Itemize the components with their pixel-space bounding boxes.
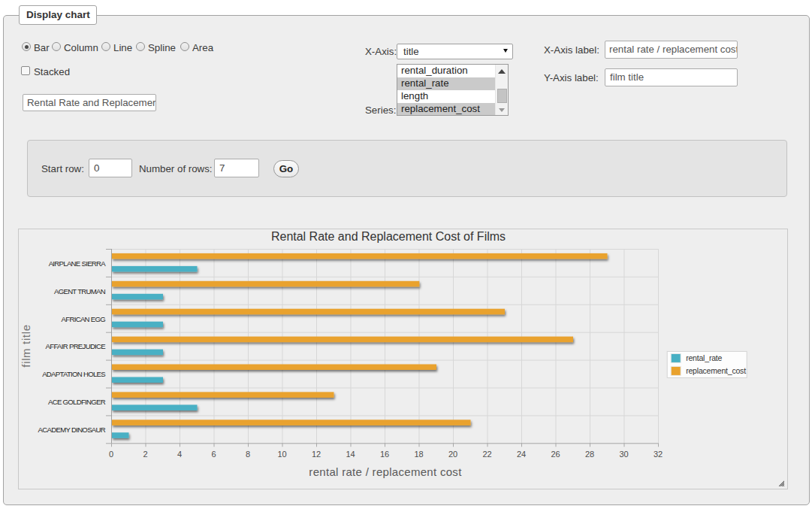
svg-text:14: 14 <box>346 450 355 459</box>
svg-text:0: 0 <box>109 450 113 459</box>
svg-text:30: 30 <box>619 450 628 459</box>
svg-text:10: 10 <box>277 450 286 459</box>
svg-text:16: 16 <box>380 450 389 459</box>
svg-text:AGENT TRUMAN: AGENT TRUMAN <box>54 287 106 295</box>
svg-text:rental_rate: rental_rate <box>686 353 722 362</box>
svg-text:32: 32 <box>654 450 663 459</box>
svg-text:12: 12 <box>312 450 321 459</box>
svg-text:8: 8 <box>246 450 250 459</box>
svg-text:20: 20 <box>448 450 457 459</box>
svg-text:AFRICAN EGG: AFRICAN EGG <box>62 315 106 323</box>
svg-text:28: 28 <box>585 450 594 459</box>
svg-text:22: 22 <box>482 450 491 459</box>
svg-text:AIRPLANE SIERRA: AIRPLANE SIERRA <box>49 259 107 268</box>
svg-text:ACE GOLDFINGER: ACE GOLDFINGER <box>48 398 106 406</box>
svg-text:replacement_cost: replacement_cost <box>686 366 746 375</box>
svg-text:4: 4 <box>177 450 182 459</box>
svg-text:24: 24 <box>517 450 526 459</box>
svg-text:Rental Rate and Replacement Co: Rental Rate and Replacement Cost of Film… <box>271 230 506 243</box>
svg-text:18: 18 <box>414 450 423 459</box>
svg-text:2: 2 <box>143 450 147 459</box>
svg-text:ACADEMY DINOSAUR: ACADEMY DINOSAUR <box>38 426 106 434</box>
svg-text:rental rate / replacement cost: rental rate / replacement cost <box>309 465 462 478</box>
svg-text:film title: film title <box>20 324 32 367</box>
svg-text:AFFAIR PREJUDICE: AFFAIR PREJUDICE <box>46 342 106 350</box>
svg-text:6: 6 <box>211 450 216 459</box>
svg-text:26: 26 <box>551 450 560 459</box>
svg-text:ADAPTATION HOLES: ADAPTATION HOLES <box>42 370 105 378</box>
